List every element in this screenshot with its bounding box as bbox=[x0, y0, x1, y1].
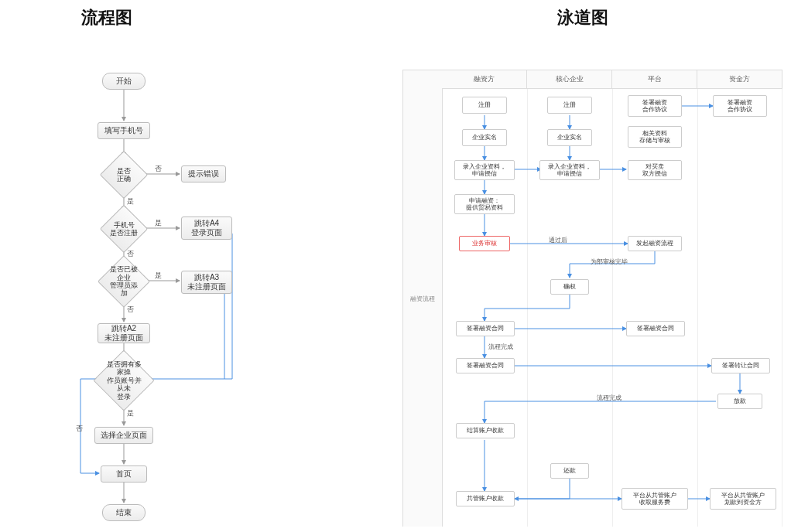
lbl-yes-1: 是 bbox=[127, 196, 134, 206]
fc-d-correct: 是否正确 bbox=[107, 158, 141, 192]
fc-a4: 跳转A4登录页面 bbox=[181, 217, 232, 240]
sw-body: 注册 注册 签署融资合作协议 签署融资合作协议 企业实名 企业实名 相关资料存储… bbox=[442, 89, 782, 527]
r1c3: 签署融资合作协议 bbox=[628, 95, 682, 117]
r5edge: 通过后 bbox=[549, 236, 567, 244]
fc-phone: 填写手机号 bbox=[98, 122, 150, 139]
r12c3: 平台从共管账户收取服务费 bbox=[622, 488, 688, 510]
r10c1: 结算账户收款 bbox=[456, 423, 515, 438]
r11c2: 还款 bbox=[550, 463, 589, 479]
r7edge: 流程完成 bbox=[488, 343, 513, 351]
lane-3: 平台 bbox=[612, 70, 697, 89]
r9c4: 放款 bbox=[717, 394, 762, 409]
fc-select: 选择企业页面 bbox=[94, 427, 153, 444]
r7c3: 签署融资合同 bbox=[626, 321, 685, 336]
r2c1: 企业实名 bbox=[462, 129, 507, 146]
r3c3: 对买卖双方授信 bbox=[628, 160, 682, 180]
r5c3: 发起融资流程 bbox=[628, 236, 682, 251]
fc-d-registered: 手机号是否注册 bbox=[107, 212, 141, 246]
r12c1: 共管账户收款 bbox=[456, 491, 515, 506]
r2c2: 企业实名 bbox=[547, 129, 592, 146]
lbl-no-1: 否 bbox=[155, 164, 162, 174]
r1c1: 注册 bbox=[462, 97, 507, 114]
fc-a2: 跳转A2未注册页面 bbox=[98, 323, 150, 343]
fc-end: 结束 bbox=[102, 504, 146, 521]
r5c1: 业务审核 bbox=[459, 236, 510, 251]
lbl-yes-2: 是 bbox=[155, 218, 162, 228]
sw-side: 融资流程 bbox=[403, 70, 443, 527]
swimlane: 融资流程 融资方 核心企业 平台 资金方 bbox=[402, 70, 782, 527]
r3c2: 录入企业资料，申请授信 bbox=[539, 160, 600, 180]
r2c3: 相关资料存储与审核 bbox=[628, 126, 682, 148]
lbl-yes-3: 是 bbox=[155, 271, 162, 281]
r8c4: 签署转让合同 bbox=[711, 358, 770, 373]
r12c4: 平台从共管账户划款到资金方 bbox=[710, 488, 776, 510]
lbl-no-2: 否 bbox=[127, 249, 134, 259]
r1c4: 签署融资合作协议 bbox=[713, 95, 767, 117]
sw-head: 融资方 核心企业 平台 资金方 bbox=[442, 70, 782, 89]
fc-start: 开始 bbox=[102, 73, 146, 90]
r8c1: 签署融资合同 bbox=[456, 358, 515, 373]
fc-home: 首页 bbox=[101, 466, 147, 483]
title-swimlane: 泳道图 bbox=[557, 6, 608, 29]
r4c1: 申请融资：提供贸易资料 bbox=[454, 194, 515, 214]
r1c2: 注册 bbox=[547, 97, 592, 114]
r6c2: 确权 bbox=[550, 279, 589, 295]
r7c1: 签署融资合同 bbox=[456, 321, 515, 336]
r3c1: 录入企业资料，申请授信 bbox=[454, 160, 515, 180]
r5edge2: 为部审核完毕 bbox=[591, 257, 628, 266]
lbl-yes-4: 是 bbox=[127, 408, 134, 418]
title-flowchart: 流程图 bbox=[81, 6, 132, 29]
fc-d-added: 是否已被企业管理员添加 bbox=[105, 263, 142, 300]
lbl-no-3: 否 bbox=[127, 305, 134, 315]
lane-4: 资金方 bbox=[697, 70, 782, 89]
page: 流程图 泳道图 开始 填写手机号 是否正确 提示错误 手机号是否注册 跳转A4登… bbox=[0, 0, 791, 532]
lane-1: 融资方 bbox=[442, 70, 527, 89]
lbl-no-4: 否 bbox=[76, 424, 83, 434]
r9edge: 流程完成 bbox=[597, 394, 622, 402]
fc-a3: 跳转A3未注册页面 bbox=[181, 271, 232, 294]
lane-2: 核心企业 bbox=[527, 70, 612, 89]
fc-tip-error: 提示错误 bbox=[181, 165, 226, 182]
fc-d-multi: 是否拥有多家操作员账号并从未登录 bbox=[102, 359, 146, 402]
